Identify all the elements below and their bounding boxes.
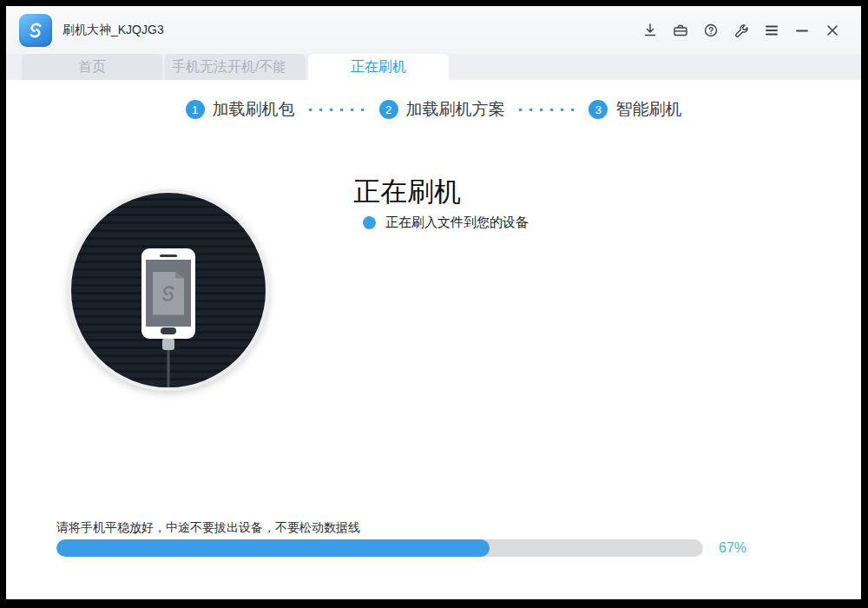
close-icon[interactable] — [823, 21, 842, 40]
tab-bar: 首页 手机无法开机/不能 正在刷机 — [6, 54, 861, 80]
step-1-badge: 1 — [186, 100, 205, 119]
window-title: 刷机大神_KJQJG3 — [62, 23, 164, 38]
step-separator-dots: ······ — [514, 100, 581, 119]
tab-phone-wont-boot[interactable]: 手机无法开机/不能 — [165, 54, 306, 80]
app-logo-icon — [19, 14, 52, 47]
step-load-plan: 2 加载刷机方案 — [379, 98, 505, 121]
warning-text: 请将手机平稳放好，中途不要拔出设备，不要松动数据线 — [56, 520, 360, 536]
help-icon[interactable] — [701, 21, 720, 40]
step-smart-flash: 3 智能刷机 — [589, 98, 681, 121]
step-indicator: 1 加载刷机包 ······ 2 加载刷机方案 ······ 3 智能刷机 — [6, 98, 861, 121]
status-text: 正在刷入文件到您的设备 — [385, 215, 529, 231]
firmware-file-icon — [153, 272, 184, 315]
progress-percent: 67% — [719, 540, 746, 556]
phone-earpiece — [160, 254, 177, 257]
toolbox-icon[interactable] — [671, 21, 690, 40]
status-dot — [363, 216, 376, 229]
step-3-badge: 3 — [589, 100, 608, 119]
download-icon[interactable] — [641, 21, 660, 40]
tab-home[interactable]: 首页 — [22, 54, 162, 80]
phone-home-button — [161, 327, 176, 334]
app-window: 刷机大神_KJQJG3 — [6, 6, 861, 599]
page-title: 正在刷机 — [353, 174, 461, 210]
progress-fill — [56, 539, 490, 557]
file-fold-corner — [175, 272, 184, 279]
step-separator-dots: ······ — [304, 100, 371, 119]
device-illustration — [68, 189, 269, 391]
wrench-icon[interactable] — [732, 21, 751, 40]
tab-flashing[interactable]: 正在刷机 — [308, 54, 449, 80]
usb-connector — [162, 339, 174, 350]
titlebar-actions — [641, 21, 861, 40]
menu-icon[interactable] — [762, 21, 781, 40]
step-2-badge: 2 — [379, 100, 398, 119]
usb-cable — [168, 350, 170, 391]
step-load-package: 1 加载刷机包 — [186, 98, 295, 121]
progress-bar — [56, 539, 703, 557]
titlebar: 刷机大神_KJQJG3 — [6, 6, 861, 54]
phone-screen — [146, 260, 191, 327]
phone-graphic — [141, 248, 195, 339]
status-row: 正在刷入文件到您的设备 — [363, 215, 529, 231]
minimize-icon[interactable] — [792, 21, 812, 40]
